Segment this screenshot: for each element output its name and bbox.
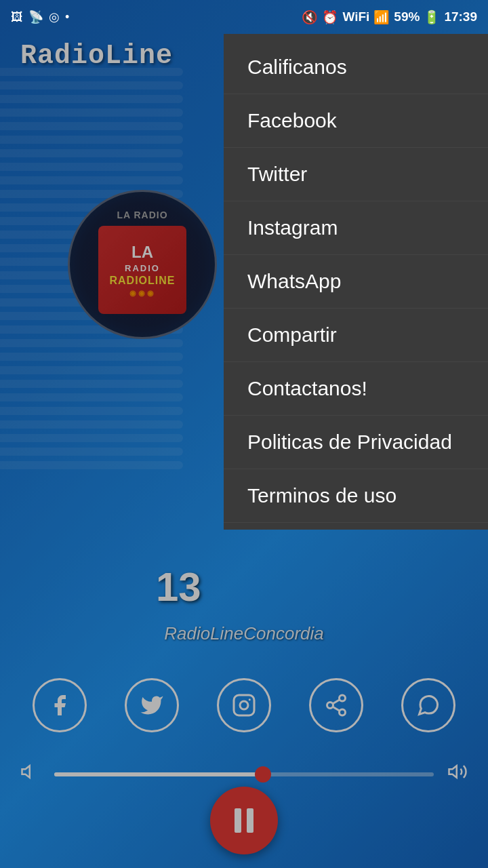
- menu-item-twitter[interactable]: Twitter: [224, 148, 488, 201]
- menu-item-terminos[interactable]: Terminos de uso: [224, 469, 488, 523]
- mute-icon: 🔇: [302, 9, 318, 25]
- battery-percent: 59%: [394, 9, 420, 24]
- clock: 17:39: [444, 9, 477, 24]
- battery-icon: 🔋: [424, 9, 440, 25]
- menu-item-compartir[interactable]: Compartir: [224, 309, 488, 362]
- dot-icon: •: [65, 10, 69, 24]
- menu-item-contactanos[interactable]: Contactanos!: [224, 362, 488, 416]
- status-bar: 🖼 📡 ◎ • 🔇 ⏰ WiFi 📶 59% 🔋 17:39: [0, 0, 488, 34]
- image-icon: 🖼: [11, 10, 23, 24]
- menu-item-calificanos[interactable]: Calificanos: [224, 41, 488, 94]
- signal-icon: 📶: [373, 9, 390, 25]
- menu-item-politicas[interactable]: Politicas de Privacidad: [224, 416, 488, 469]
- instagram-status-icon: ◎: [49, 9, 60, 24]
- alarm-icon: ⏰: [322, 9, 338, 25]
- status-left-icons: 🖼 📡 ◎ •: [11, 9, 69, 24]
- radio-icon: 📡: [28, 9, 43, 24]
- menu-item-whatsapp[interactable]: WhatsApp: [224, 255, 488, 309]
- wifi-icon: WiFi: [342, 9, 369, 24]
- dropdown-menu: CalificanosFacebookTwitterInstagramWhats…: [224, 34, 488, 530]
- menu-item-facebook[interactable]: Facebook: [224, 94, 488, 148]
- menu-item-instagram[interactable]: Instagram: [224, 201, 488, 255]
- status-right-info: 🔇 ⏰ WiFi 📶 59% 🔋 17:39: [302, 9, 477, 25]
